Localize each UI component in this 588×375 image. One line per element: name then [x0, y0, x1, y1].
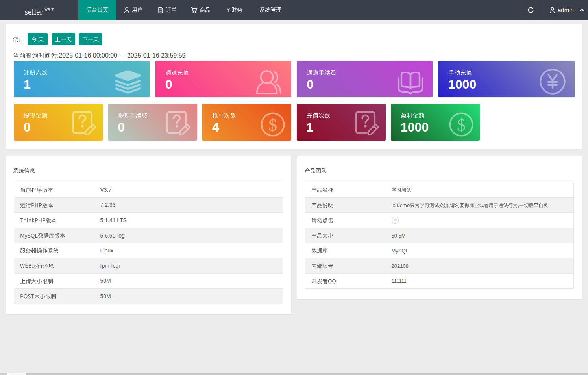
svg-text:$: $	[457, 115, 466, 135]
svg-text:$: $	[268, 115, 277, 135]
